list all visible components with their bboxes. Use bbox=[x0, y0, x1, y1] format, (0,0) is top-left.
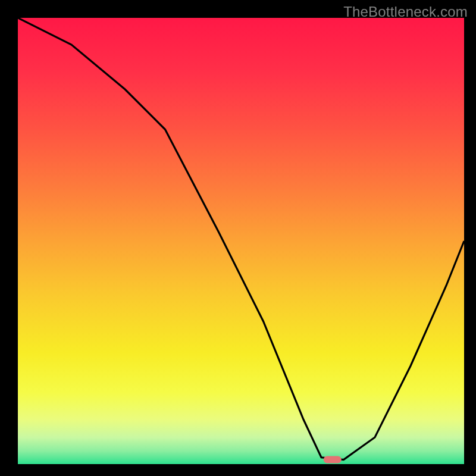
plot-area bbox=[18, 18, 464, 464]
optimal-marker bbox=[324, 456, 342, 464]
watermark-text: TheBottleneck.com bbox=[343, 4, 468, 20]
chart-svg bbox=[0, 0, 476, 476]
chart-container: TheBottleneck.com bbox=[0, 0, 476, 476]
